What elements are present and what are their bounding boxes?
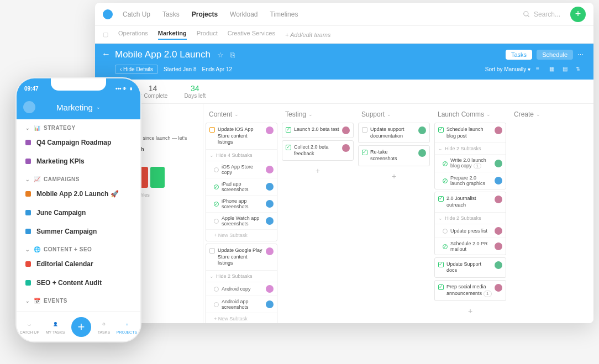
mobile-project-item[interactable]: Q4 Campaign Roadmap: [17, 133, 140, 152]
mobile-section-header[interactable]: ⌄ 📊 STRATEGY: [17, 119, 140, 133]
assignee-avatar[interactable]: [342, 126, 350, 134]
assignee-avatar[interactable]: [495, 242, 502, 250]
team-tab-creative services[interactable]: Creative Services: [228, 30, 275, 40]
mobile-tab-projects[interactable]: ≡PROJECTS: [117, 319, 137, 334]
new-subtask-button[interactable]: + New Subtask: [206, 229, 277, 241]
chevron-down-icon[interactable]: ⌄: [96, 104, 101, 110]
assignee-avatar[interactable]: [418, 149, 426, 157]
assignee-avatar[interactable]: [266, 200, 274, 208]
mobile-section-header[interactable]: ⌄ 📈 CAMPAIGNS: [17, 171, 140, 184]
new-subtask-button[interactable]: + New Subtask: [206, 313, 277, 323]
column-title[interactable]: Content ⌄: [206, 108, 277, 120]
tab-schedule[interactable]: Schedule: [537, 50, 573, 60]
attachment-thumb[interactable]: [150, 167, 165, 188]
checkbox[interactable]: [438, 262, 444, 267]
nav-tab-workload[interactable]: Workload: [230, 10, 258, 18]
checkbox[interactable]: [443, 229, 448, 234]
nav-tab-catch-up[interactable]: Catch Up: [123, 10, 150, 18]
assignee-avatar[interactable]: [495, 196, 502, 203]
checkbox[interactable]: [214, 219, 219, 224]
task-card[interactable]: Launch 2.0 beta test: [282, 123, 354, 138]
checkbox[interactable]: [214, 302, 219, 307]
subtask[interactable]: iPad app screenshots: [206, 178, 277, 195]
checkbox[interactable]: [214, 184, 219, 189]
add-card-button[interactable]: +: [358, 168, 430, 184]
team-tab-product[interactable]: Product: [197, 30, 218, 40]
column-title[interactable]: Testing ⌄: [282, 108, 354, 120]
sidebar-toggle-icon[interactable]: ▢: [103, 31, 108, 38]
grid-view-icon[interactable]: ▤: [563, 66, 570, 73]
assignee-avatar[interactable]: [266, 183, 274, 191]
mobile-project-item[interactable]: Dongle Conference (2018): [17, 306, 140, 312]
add-card-button[interactable]: +: [282, 163, 354, 178]
checkbox[interactable]: [209, 127, 215, 133]
mobile-project-item[interactable]: Summer Campaign: [17, 222, 140, 241]
subtask[interactable]: Apple Watch app screenshots: [206, 212, 277, 229]
mobile-section-header[interactable]: ⌄ 🌐 CONTENT + SEO: [17, 241, 140, 255]
subtasks-toggle[interactable]: ⌄ Hide 4 Subtasks: [206, 149, 277, 161]
team-tab-marketing[interactable]: Marketing: [158, 30, 187, 40]
assignee-avatar[interactable]: [495, 126, 502, 134]
checkbox[interactable]: [286, 145, 291, 150]
checkbox[interactable]: [438, 196, 444, 202]
mobile-section-header[interactable]: ⌄ 📅 EVENTS: [17, 292, 140, 306]
assignee-avatar[interactable]: [495, 261, 502, 269]
checkbox[interactable]: [214, 167, 219, 172]
assignee-avatar[interactable]: [342, 144, 350, 152]
project-menu-icon[interactable]: ⋯: [577, 51, 584, 59]
mobile-project-item[interactable]: June Campaign: [17, 203, 140, 222]
app-logo-icon[interactable]: [103, 9, 113, 19]
task-card[interactable]: Update iOS App Store content listings⌄ H…: [206, 123, 277, 241]
checkbox[interactable]: [214, 202, 219, 207]
column-title[interactable]: Support ⌄: [358, 108, 430, 120]
sort-dropdown[interactable]: Sort by Manually ▾: [485, 66, 530, 72]
team-tab-operations[interactable]: Operations: [118, 30, 148, 40]
task-card[interactable]: Re-take screenshots: [358, 145, 430, 166]
search-box[interactable]: Search...: [523, 10, 560, 18]
assignee-avatar[interactable]: [495, 160, 502, 167]
assignee-avatar[interactable]: [266, 285, 274, 293]
nav-tab-timelines[interactable]: Timelines: [270, 10, 298, 18]
assignee-avatar[interactable]: [495, 284, 502, 292]
subtasks-toggle[interactable]: ⌄ Hide 2 Subtasks: [206, 270, 277, 282]
mobile-project-item[interactable]: Marketing KPIs: [17, 152, 140, 171]
mobile-tab-tasks[interactable]: ⊙TASKS: [98, 319, 110, 334]
hide-details-button[interactable]: ‹ Hide Details: [115, 65, 158, 74]
checkbox[interactable]: [443, 161, 448, 166]
nav-tab-tasks[interactable]: Tasks: [162, 10, 180, 18]
checkbox[interactable]: [443, 178, 448, 183]
subtasks-toggle[interactable]: ⌄ Hide 2 Subtasks: [435, 143, 506, 154]
assignee-avatar[interactable]: [266, 247, 274, 255]
star-icon[interactable]: ☆: [217, 51, 224, 59]
subtask[interactable]: Prepare 2.0 launch graphics: [435, 172, 506, 189]
checkbox[interactable]: [362, 150, 367, 155]
assignee-avatar[interactable]: [495, 227, 502, 235]
subtask[interactable]: Schedule 2.0 PR mailout: [435, 238, 506, 255]
checkbox[interactable]: [443, 244, 448, 249]
mobile-project-item[interactable]: SEO + Content Audit: [17, 273, 140, 292]
task-card[interactable]: Schedule launch blog post⌄ Hide 2 Subtas…: [434, 123, 506, 189]
checkbox[interactable]: [209, 248, 215, 254]
checkbox[interactable]: [214, 287, 219, 292]
subtasks-toggle[interactable]: ⌄ Hide 2 Subtasks: [435, 212, 506, 224]
filter-icon[interactable]: ⇅: [576, 66, 584, 73]
task-card[interactable]: Collect 2.0 beta feedback: [282, 140, 354, 161]
assignee-avatar[interactable]: [418, 126, 426, 134]
checkbox[interactable]: [286, 127, 291, 133]
assignee-avatar[interactable]: [266, 126, 274, 134]
mobile-logo-icon[interactable]: [23, 101, 35, 113]
subtask[interactable]: iPhone app screenshots: [206, 195, 277, 212]
task-card[interactable]: Prep social media announcements1: [434, 280, 506, 301]
subtask[interactable]: Android app screenshots: [206, 296, 277, 313]
mobile-title[interactable]: Marketing: [56, 103, 93, 112]
task-card[interactable]: Update support documentation: [358, 123, 430, 143]
nav-tab-projects[interactable]: Projects: [192, 10, 218, 18]
subtask[interactable]: iOS App Store copy: [206, 161, 277, 178]
column-title[interactable]: Create ⌄: [511, 108, 582, 120]
checkbox[interactable]: [362, 127, 367, 133]
mobile-project-item[interactable]: Editorial Calendar: [17, 255, 140, 273]
assignee-avatar[interactable]: [266, 300, 274, 308]
task-card[interactable]: Update Google Play Store content listing…: [206, 244, 277, 323]
add-card-button[interactable]: +: [434, 303, 506, 319]
checkbox[interactable]: [438, 284, 444, 290]
